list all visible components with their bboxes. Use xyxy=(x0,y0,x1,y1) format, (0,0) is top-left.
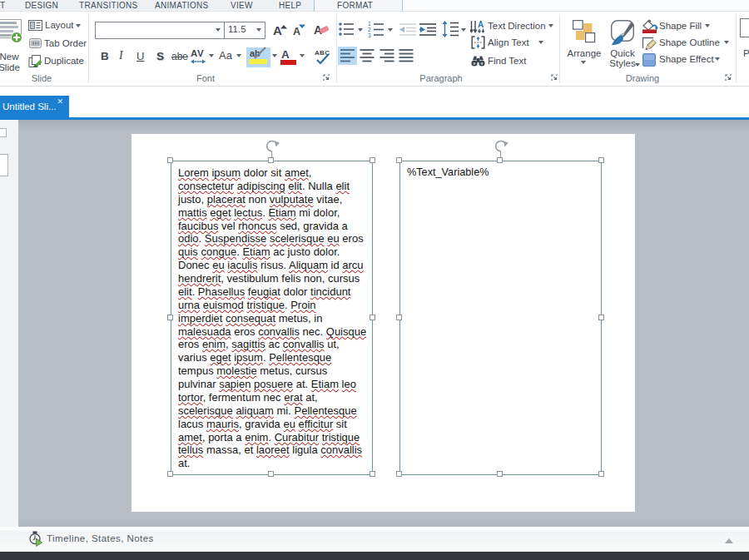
svg-text:1: 1 xyxy=(368,21,371,27)
svg-text:2: 2 xyxy=(368,27,371,32)
svg-text:A: A xyxy=(478,20,484,29)
svg-text:3: 3 xyxy=(368,32,371,37)
